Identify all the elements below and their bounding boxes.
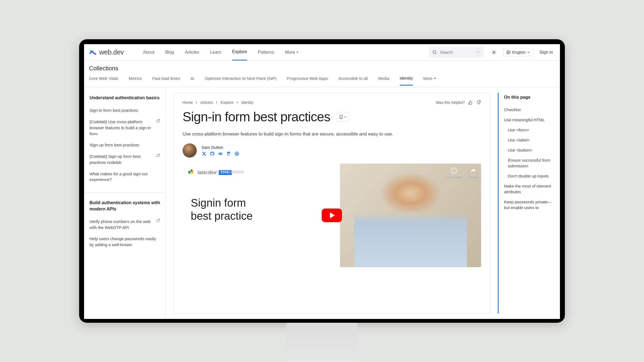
sidebar-item-label: Verify phone numbers on the web with the… [90,219,154,231]
helpful-label: Was this helpful? [436,100,465,105]
share-button[interactable]: Share [469,167,477,178]
homepage-icon[interactable] [234,151,239,156]
breadcrumb-row: HomeArticlesExploreIdentity Was this hel… [183,100,481,105]
sidebar-item-label: What makes for a good sign-out experienc… [90,171,160,183]
svg-point-4 [493,51,495,53]
toc-item[interactable]: Use <label> [504,135,552,145]
collection-tab-identity[interactable]: Identity [400,76,413,86]
logo-text: web.dev [99,48,124,56]
play-button[interactable] [322,209,342,222]
sidebar-item[interactable]: What makes for a good sign-out experienc… [90,168,160,186]
nav-link-explore[interactable]: Explore [232,44,247,61]
sidebar-section: Understand authentication basicsSign-in … [84,93,166,188]
breadcrumb-link[interactable]: Identity [241,100,254,105]
nav-link-learn[interactable]: Learn [210,44,221,61]
nav-link-patterns[interactable]: Patterns [258,44,274,61]
logo-mark-icon [89,48,97,56]
chevron-down-icon [344,116,346,118]
sidebar-heading: Understand authentication basics [90,95,160,101]
toc-item[interactable]: Ensure successful form submission [504,155,552,171]
toc-item[interactable]: Make the most of element attributes [504,181,552,197]
sidebar-item[interactable]: [Codelab] Sign-up form best practices co… [90,151,160,168]
sidebar-item[interactable]: [Codelab] Use cross-platform browser fea… [90,116,160,139]
thumbs-up-icon[interactable] [468,100,473,105]
bookmark-button[interactable] [336,112,349,122]
chevron-down-icon [527,51,530,54]
x-icon[interactable] [202,151,207,156]
toc-item[interactable]: Checklist [504,105,552,115]
table-of-contents: On this page ChecklistUse meaningful HTM… [498,93,552,313]
video-slide-left: web.dev LIVE Signin form best practice [183,164,340,267]
author-social-links [202,151,239,156]
breadcrumb-link[interactable]: Explore [220,100,233,105]
youtube-channel-icon[interactable] [186,167,195,176]
chevron-down-icon [434,77,436,80]
collection-tab-ai[interactable]: AI [190,76,194,85]
chevron-right-icon [195,101,198,104]
page-title: Sign-in form best practices [183,109,330,124]
breadcrumb-link[interactable]: Home [183,100,193,105]
toc-item[interactable]: Don't double up inputs [504,171,552,181]
author-meta: Sam Dutton [202,145,239,156]
collection-tab-media[interactable]: Media [378,76,389,85]
mastodon-icon[interactable] [226,151,231,156]
external-link-icon [156,119,160,123]
sidebar-item[interactable]: Verify phone numbers on the web with the… [90,216,160,233]
breadcrumb-link[interactable]: Articles [200,100,213,105]
signin-button[interactable]: Sign in [537,50,555,55]
toc-item[interactable]: Use <form> [504,125,552,135]
video-embed[interactable]: web.dev LIVE Signin form best practice [183,164,481,267]
collection-tab-metrics[interactable]: Metrics [129,76,142,85]
thumbs-down-icon[interactable] [476,100,481,105]
toc-item[interactable]: Use <button> [504,145,552,155]
collections-bar: Collections Core Web VitalsMetricsFast l… [84,61,560,87]
author-row: Sam Dutton [183,143,481,158]
sidebar-item-label: [Codelab] Sign-up form best practices co… [90,153,154,165]
collection-tab-optimize-interaction-to-next-paint-inp-[interactable]: Optimize Interaction to Next Paint (INP) [205,76,276,85]
collection-tab-more[interactable]: More [423,76,436,85]
site-logo[interactable]: web.dev [89,48,124,56]
collection-tab-accessible-to-all[interactable]: Accessible to all [338,76,368,85]
article-subtitle: Use cross-platform browser features to b… [183,131,481,137]
article-card: HomeArticlesExploreIdentity Was this hel… [174,93,490,313]
search-box[interactable]: / [429,47,484,58]
nav-link-about[interactable]: About [143,44,154,61]
sidebar-heading: Build authentication systems with modern… [90,200,160,212]
video-slide-right [340,164,481,267]
sidebar-item[interactable]: Sign-in form best practices [90,105,160,116]
theme-toggle-button[interactable] [489,47,499,57]
youtube-action-icons: Watch later Share [446,167,477,178]
sidebar-item[interactable]: Sign-up form best practices [90,139,160,151]
language-select[interactable]: English [503,48,533,56]
collections-title: Collections [89,65,555,72]
author-name: Sam Dutton [202,145,239,150]
nav-link-blog[interactable]: Blog [165,44,174,61]
glitch-icon[interactable] [218,151,223,156]
collection-tab-fast-load-times[interactable]: Fast load times [152,76,180,85]
collection-tab-progressive-web-apps[interactable]: Progressive Web Apps [287,76,328,85]
toc-item[interactable]: Use meaningful HTML [504,115,552,125]
toc-item[interactable]: Keep passwords private—but enable users … [504,197,552,213]
svg-line-12 [495,51,496,51]
svg-line-3 [435,53,436,54]
helpful-widget: Was this helpful? [436,100,481,105]
sidebar-item[interactable]: Help users change passwords easily by ad… [90,233,160,251]
svg-line-11 [492,53,493,54]
svg-point-0 [94,53,96,55]
sidebar-section: Build authentication systems with modern… [84,198,166,253]
sidebar-item-label: [Codelab] Use cross-platform browser fea… [90,119,154,137]
screen: web.dev AboutBlogArticlesLearnExplorePat… [84,44,560,319]
watch-later-button[interactable]: Watch later [446,167,462,178]
top-nav: web.dev AboutBlogArticlesLearnExplorePat… [84,44,560,61]
monitor-stand [287,323,357,362]
external-link-icon [156,219,160,222]
search-input[interactable] [440,50,473,55]
nav-link-more[interactable]: More [285,44,299,61]
svg-line-9 [492,51,493,51]
collection-tab-core-web-vitals[interactable]: Core Web Vitals [89,76,118,85]
toc-title: On this page [504,95,552,100]
sidebar-item-label: Sign-in form best practices [90,107,138,113]
slash-key-hint: / [476,49,480,56]
github-icon[interactable] [210,151,215,156]
nav-link-articles[interactable]: Articles [185,44,199,61]
